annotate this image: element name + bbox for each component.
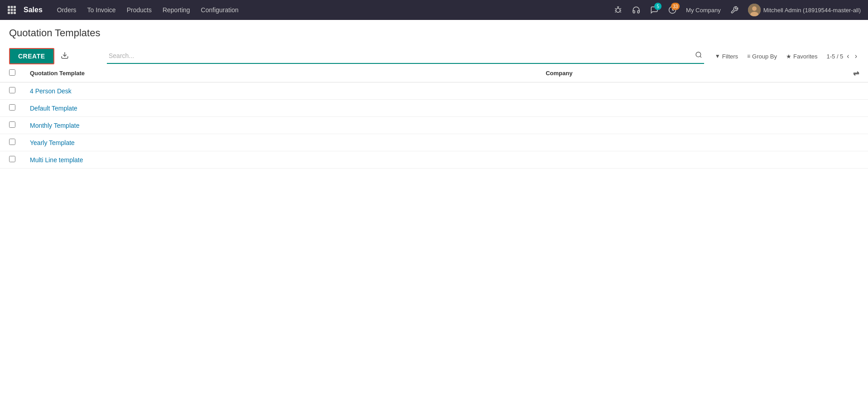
brand-label[interactable]: Sales (20, 6, 46, 14)
clock-icon[interactable]: 33 (664, 2, 681, 18)
row-checkbox-1[interactable] (9, 104, 15, 111)
group-by-button[interactable]: ≡ Group By (743, 51, 781, 62)
create-button[interactable]: CREATE (9, 48, 54, 64)
row-settings-cell (846, 100, 868, 117)
row-template-name[interactable]: Monthly Template (23, 117, 538, 134)
row-check-cell (0, 134, 23, 151)
user-menu[interactable]: Mitchell Admin (18919544-master-all) (744, 4, 864, 16)
svg-rect-1 (11, 6, 13, 8)
apps-icon[interactable] (4, 0, 20, 20)
download-icon[interactable] (58, 49, 72, 63)
col-company-header: Company (538, 64, 846, 82)
page-title: Quotation Templates (9, 27, 859, 39)
row-template-name[interactable]: Yearly Template (23, 134, 538, 151)
pagination: 1-5 / 5 ‹ › (826, 51, 859, 61)
table-row[interactable]: Monthly Template (0, 117, 868, 134)
header-section: Quotation Templates (0, 20, 868, 48)
search-icon[interactable] (693, 50, 704, 61)
svg-rect-6 (8, 12, 10, 14)
star-icon: ★ (786, 53, 791, 60)
svg-rect-4 (11, 9, 13, 11)
row-check-cell (0, 82, 23, 100)
svg-point-15 (696, 52, 701, 57)
table-row[interactable]: Multi Line template (0, 151, 868, 169)
svg-rect-7 (11, 12, 13, 14)
row-company (538, 117, 846, 134)
topnav-right: 5 33 My Company (610, 2, 864, 18)
row-checkbox-2[interactable] (9, 121, 15, 128)
col-template-header: Quotation Template (23, 64, 538, 82)
top-menu: Orders To Invoice Products Reporting Con… (52, 0, 610, 20)
menu-reporting[interactable]: Reporting (157, 0, 196, 20)
avatar (748, 4, 761, 16)
row-company (538, 100, 846, 117)
company-selector[interactable]: My Company (682, 7, 724, 14)
topnav: Sales Orders To Invoice Products Reporti… (0, 0, 868, 20)
menu-products[interactable]: Products (121, 0, 157, 20)
svg-rect-8 (14, 12, 16, 14)
main-content: Quotation Templates CREATE (0, 20, 868, 401)
svg-line-16 (700, 56, 701, 58)
select-all-checkbox[interactable] (9, 69, 15, 76)
row-checkbox-4[interactable] (9, 156, 15, 162)
support-icon[interactable] (628, 2, 644, 18)
menu-to-invoice[interactable]: To Invoice (82, 0, 121, 20)
table-row[interactable]: Yearly Template (0, 134, 868, 151)
row-company (538, 82, 846, 100)
svg-rect-0 (8, 6, 10, 8)
row-checkbox-3[interactable] (9, 139, 15, 145)
row-company (538, 151, 846, 169)
row-check-cell (0, 100, 23, 117)
col-settings-header: ⇌ (846, 64, 868, 82)
svg-point-9 (616, 8, 620, 12)
clock-badge: 33 (671, 3, 680, 10)
row-checkbox-0[interactable] (9, 87, 15, 93)
select-all-header[interactable] (0, 64, 23, 82)
row-template-name[interactable]: 4 Person Desk (23, 82, 538, 100)
column-settings-icon[interactable]: ⇌ (853, 69, 859, 77)
pagination-range: 1-5 / 5 (826, 53, 843, 60)
prev-page-button[interactable]: ‹ (845, 51, 851, 61)
row-template-name[interactable]: Default Template (23, 100, 538, 117)
quotation-templates-table: Quotation Template Company ⇌ 4 Person De… (0, 64, 868, 169)
svg-rect-5 (14, 9, 16, 11)
row-settings-cell (846, 117, 868, 134)
table-row[interactable]: 4 Person Desk (0, 82, 868, 100)
group-by-label: Group By (752, 53, 777, 60)
table-container: Quotation Template Company ⇌ 4 Person De… (0, 64, 868, 169)
next-page-button[interactable]: › (853, 51, 859, 61)
username: Mitchell Admin (18919544-master-all) (763, 7, 861, 14)
filters-button[interactable]: ▼ Filters (711, 51, 742, 62)
row-settings-cell (846, 134, 868, 151)
row-check-cell (0, 151, 23, 169)
menu-orders[interactable]: Orders (52, 0, 82, 20)
filters-label: Filters (722, 53, 738, 60)
row-settings-cell (846, 82, 868, 100)
chat-badge: 5 (654, 3, 662, 10)
row-company (538, 134, 846, 151)
svg-rect-2 (14, 6, 16, 8)
svg-point-12 (752, 6, 757, 11)
row-settings-cell (846, 151, 868, 169)
table-row[interactable]: Default Template (0, 100, 868, 117)
svg-rect-3 (8, 9, 10, 11)
group-by-icon: ≡ (747, 53, 750, 59)
chat-icon[interactable]: 5 (646, 2, 662, 18)
menu-configuration[interactable]: Configuration (196, 0, 244, 20)
debug-icon[interactable] (610, 2, 626, 18)
tools-icon[interactable] (726, 2, 743, 18)
row-check-cell (0, 117, 23, 134)
row-template-name[interactable]: Multi Line template (23, 151, 538, 169)
favorites-label: Favorites (793, 53, 817, 60)
filter-icon: ▼ (715, 53, 720, 59)
favorites-button[interactable]: ★ Favorites (782, 51, 821, 62)
search-input[interactable] (107, 52, 693, 59)
